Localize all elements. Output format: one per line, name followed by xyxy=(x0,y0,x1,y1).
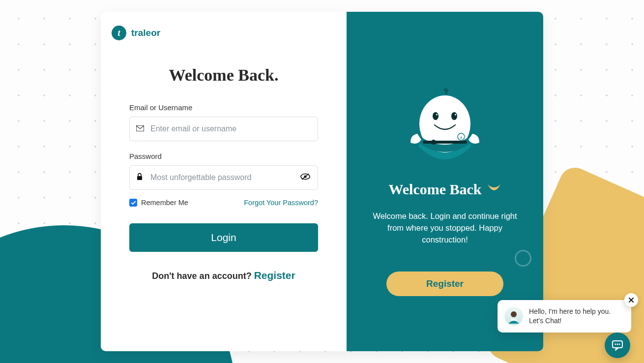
remember-me[interactable]: Remember Me xyxy=(129,199,188,207)
remember-checkbox[interactable] xyxy=(129,199,137,207)
brand[interactable]: t traleor xyxy=(101,24,347,40)
password-input-group xyxy=(129,165,318,190)
svg-point-10 xyxy=(436,114,438,115)
decor-ring xyxy=(515,250,531,267)
remember-forgot-row: Remember Me Forgot Your Password? xyxy=(129,199,318,207)
email-label: Email or Username xyxy=(129,103,318,112)
password-input[interactable] xyxy=(129,165,318,190)
close-icon xyxy=(628,297,634,303)
login-title: Welcome Back. xyxy=(129,66,318,85)
register-button[interactable]: Register xyxy=(386,272,503,296)
register-link[interactable]: Register xyxy=(254,270,295,281)
no-account-text: Don't have an account? xyxy=(152,271,254,281)
email-input-group xyxy=(129,117,318,141)
svg-rect-1 xyxy=(137,176,142,180)
svg-rect-15 xyxy=(511,319,516,321)
chat-icon xyxy=(611,339,624,352)
chat-avatar xyxy=(504,307,523,326)
chat-fab-button[interactable] xyxy=(605,333,630,358)
email-input[interactable] xyxy=(129,117,318,141)
svg-point-14 xyxy=(511,311,517,317)
svg-rect-6 xyxy=(423,141,467,144)
lock-icon xyxy=(136,173,143,182)
check-icon xyxy=(131,200,136,206)
remember-label: Remember Me xyxy=(141,199,188,207)
svg-point-7 xyxy=(431,140,436,145)
hug-emoji-icon xyxy=(487,181,501,198)
brand-logo-icon: t xyxy=(112,26,126,40)
svg-point-17 xyxy=(615,344,616,345)
password-label: Password xyxy=(129,152,318,160)
welcome-title: Welcome Back xyxy=(388,181,501,198)
welcome-subtitle: Welcome back. Login and continue right f… xyxy=(364,211,526,246)
email-icon xyxy=(136,124,144,133)
mascot-illustration: t xyxy=(408,89,482,169)
forgot-password-link[interactable]: Forgot Your Password? xyxy=(244,199,318,207)
brand-name: traleor xyxy=(131,28,160,38)
chat-message: Hello, I'm here to help you. Let's Chat! xyxy=(529,307,623,326)
svg-point-8 xyxy=(433,112,439,120)
eye-toggle-icon[interactable] xyxy=(300,173,310,182)
login-button[interactable]: Login xyxy=(129,223,318,252)
svg-point-11 xyxy=(455,114,456,115)
svg-point-19 xyxy=(619,344,620,345)
login-panel: t traleor Welcome Back. Email or Usernam… xyxy=(101,12,347,351)
chat-popup: Hello, I'm here to help you. Let's Chat! xyxy=(498,300,631,333)
svg-point-18 xyxy=(617,344,618,345)
chat-close-button[interactable] xyxy=(624,293,638,307)
auth-card: t traleor Welcome Back. Email or Usernam… xyxy=(101,12,543,351)
svg-point-9 xyxy=(451,112,457,120)
no-account-row: Don't have an account? Register xyxy=(129,270,318,281)
login-form: Welcome Back. Email or Username Password xyxy=(101,40,347,281)
